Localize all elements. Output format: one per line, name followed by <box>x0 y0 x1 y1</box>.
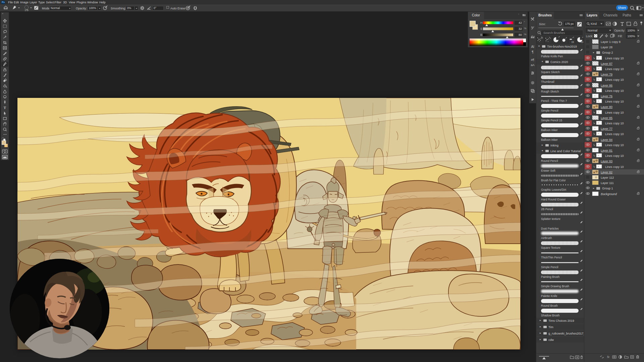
svg-text:13: 13 <box>581 41 583 43</box>
svg-text:¶: ¶ <box>532 50 533 54</box>
svg-text:aA: aA <box>531 63 534 67</box>
svg-text:175: 175 <box>25 9 29 11</box>
svg-text:fx: fx <box>607 355 610 359</box>
svg-text:a¶: a¶ <box>531 58 534 61</box>
svg-text:Al: Al <box>531 45 534 49</box>
svg-text:T: T <box>4 106 6 110</box>
svg-text:15: 15 <box>571 41 574 43</box>
